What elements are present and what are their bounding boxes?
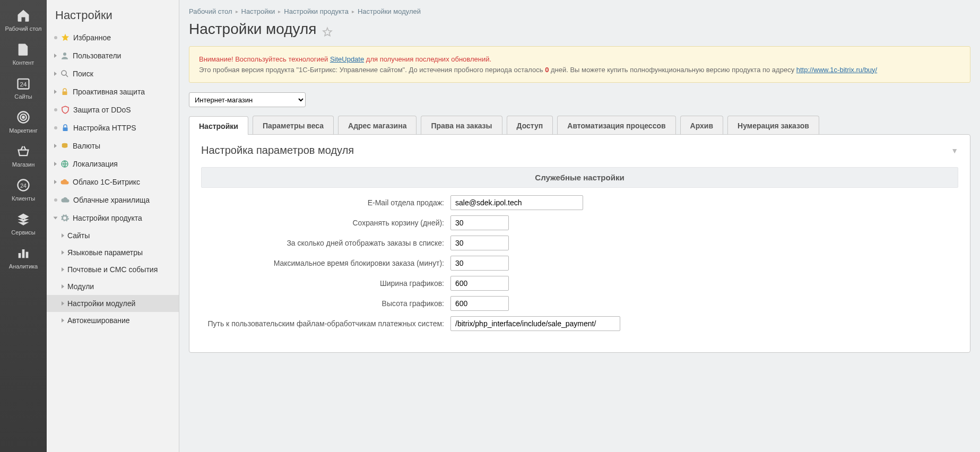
field-label-lock-min: Максимальное время блокировки заказа (ми… <box>201 259 450 267</box>
sidebar-item-proactive[interactable]: Проактивная защита <box>47 83 179 101</box>
cloud-storage-icon <box>60 195 70 205</box>
tabs: Настройки Параметры веса Адрес магазина … <box>179 116 980 134</box>
sidebar-item-cloud[interactable]: Облако 1С-Битрикс <box>47 173 179 191</box>
section-header: Служебные настройки <box>201 167 958 188</box>
basket-days-field[interactable] <box>450 215 509 230</box>
sidebar-item-cloudstore[interactable]: Облачные хранилища <box>47 191 179 209</box>
favorite-star-icon[interactable] <box>322 24 333 34</box>
sidebar-item-product-sites[interactable]: Сайты <box>47 227 179 244</box>
svg-text:24: 24 <box>20 182 27 189</box>
svg-rect-7 <box>19 253 21 258</box>
tab-automation[interactable]: Автоматизация процессов <box>557 116 675 134</box>
tab-access[interactable]: Доступ <box>507 116 553 134</box>
rail-shop[interactable]: Магазин <box>0 138 47 172</box>
sidebar-item-product-modules[interactable]: Модули <box>47 278 179 295</box>
crumb-link[interactable]: Настройки модулей <box>358 7 421 15</box>
tab-weight[interactable]: Параметры веса <box>253 116 334 134</box>
basket-icon <box>14 143 32 159</box>
tab-address[interactable]: Адрес магазина <box>338 116 417 134</box>
sidebar-item-product[interactable]: Настройки продукта <box>47 209 179 227</box>
sidebar-item-search[interactable]: Поиск <box>47 65 179 83</box>
collapse-icon[interactable]: ▼ <box>951 146 958 155</box>
settings-panel: Настройка параметров модуля ▼ Служебные … <box>189 134 970 353</box>
sidebar-item-currency[interactable]: Валюты <box>47 137 179 155</box>
rail-label: Маркетинг <box>9 127 37 134</box>
field-label-pay-path: Путь к пользовательским файлам-обработчи… <box>201 319 450 328</box>
field-label-chart-h: Высота графиков: <box>201 299 450 308</box>
rail-analytics[interactable]: Аналитика <box>0 240 47 274</box>
siteupdate-link[interactable]: SiteUpdate <box>330 55 364 63</box>
clock-icon: 24 <box>14 177 32 193</box>
rail-marketing[interactable]: Маркетинг <box>0 104 47 138</box>
rail-label: Аналитика <box>9 263 38 270</box>
rail-sites[interactable]: 24 Сайты <box>0 70 47 104</box>
panel-title: Настройка параметров модуля <box>201 144 354 157</box>
bars-icon <box>14 245 32 261</box>
field-label-email: E-Mail отдела продаж: <box>201 198 450 207</box>
crumb-link[interactable]: Рабочий стол <box>189 7 232 15</box>
rail-label: Сервисы <box>11 229 36 236</box>
globe-icon <box>60 159 70 169</box>
home-icon <box>14 7 32 23</box>
rail-services[interactable]: Сервисы <box>0 206 47 240</box>
field-label-basket-days: Сохранять корзину (дней): <box>201 219 450 227</box>
lock-icon <box>60 87 70 97</box>
sidebar-item-users[interactable]: Пользователи <box>47 47 179 65</box>
svg-rect-9 <box>26 252 29 258</box>
rail-label: Магазин <box>12 161 34 168</box>
rail-desktop[interactable]: Рабочий стол <box>0 2 47 36</box>
svg-point-10 <box>63 53 66 56</box>
crumb-link[interactable]: Настройки продукта <box>284 7 349 15</box>
search-icon <box>60 69 70 79</box>
tab-settings[interactable]: Настройки <box>189 116 248 135</box>
chart-width-field[interactable] <box>450 276 509 291</box>
trial-notice: Внимание! Воспользуйтесь технологией Sit… <box>189 46 970 83</box>
payment-path-field[interactable] <box>450 316 620 331</box>
gear-icon <box>60 213 70 223</box>
padlock-icon <box>60 123 70 133</box>
calendar-icon: 24 <box>14 75 32 91</box>
tab-order-rights[interactable]: Права на заказы <box>421 116 502 134</box>
tab-archive[interactable]: Архив <box>680 116 723 134</box>
module-select[interactable]: Интернет-магазин <box>189 92 306 107</box>
svg-rect-13 <box>63 127 68 131</box>
rail-label: Контент <box>13 59 34 66</box>
sidebar-item-locale[interactable]: Локализация <box>47 155 179 173</box>
tab-numbering[interactable]: Нумерация заказов <box>727 116 819 134</box>
email-field[interactable] <box>450 195 583 210</box>
field-label-chart-w: Ширина графиков: <box>201 279 450 288</box>
svg-rect-12 <box>63 91 67 95</box>
user-icon <box>60 51 70 60</box>
rail-label: Рабочий стол <box>5 25 41 32</box>
sidebar-title: Настройки <box>47 0 179 29</box>
sidebar-item-product-autocache[interactable]: Автокеширование <box>47 312 179 329</box>
sidebar: Настройки Избранное Пользователи Поиск П… <box>47 0 179 452</box>
sidebar-item-product-modset[interactable]: Настройки модулей <box>47 295 179 312</box>
sidebar-item-ddos[interactable]: Защита от DDoS <box>47 101 179 119</box>
breadcrumb: Рабочий стол▸ Настройки▸ Настройки проду… <box>179 0 980 19</box>
rail-clients[interactable]: 24 Клиенты <box>0 172 47 206</box>
svg-point-11 <box>62 71 66 75</box>
star-icon <box>60 33 70 42</box>
sidebar-item-https[interactable]: Настройка HTTPS <box>47 119 179 137</box>
buy-link[interactable]: http://www.1c-bitrix.ru/buy/ <box>796 66 877 74</box>
lock-minutes-field[interactable] <box>450 256 509 271</box>
coins-icon <box>60 141 70 151</box>
rail-label: Сайты <box>14 93 32 100</box>
left-rail: Рабочий стол Контент 24 Сайты Маркетинг … <box>0 0 47 452</box>
main-content: Рабочий стол▸ Настройки▸ Настройки проду… <box>179 0 980 452</box>
crumb-link[interactable]: Настройки <box>241 7 275 15</box>
layers-icon <box>14 211 32 227</box>
sidebar-item-product-lang[interactable]: Языковые параметры <box>47 244 179 261</box>
chart-height-field[interactable] <box>450 296 509 311</box>
rail-content[interactable]: Контент <box>0 36 47 70</box>
notice-warning: Внимание! Воспользуйтесь технологией <box>199 55 330 63</box>
sidebar-item-product-mail[interactable]: Почтовые и СМС события <box>47 261 179 278</box>
cloud-icon <box>60 177 70 187</box>
order-list-days-field[interactable] <box>450 236 509 250</box>
svg-point-4 <box>22 116 24 118</box>
shield-icon <box>60 105 70 115</box>
target-icon <box>14 109 32 125</box>
sidebar-item-favorites[interactable]: Избранное <box>47 29 179 47</box>
field-label-order-days: За сколько дней отображать заказы в спис… <box>201 239 450 247</box>
